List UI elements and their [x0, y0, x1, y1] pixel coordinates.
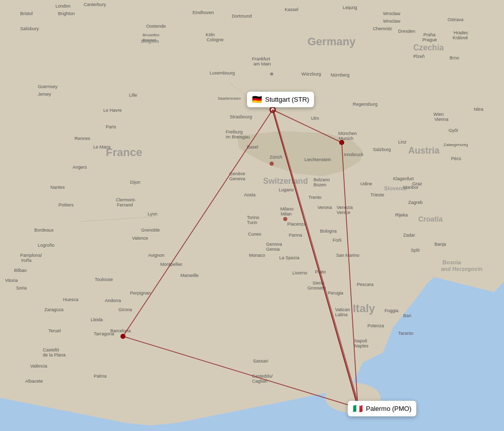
svg-text:Split: Split: [411, 248, 420, 253]
svg-text:Paris: Paris: [106, 124, 116, 129]
svg-text:Pécs: Pécs: [451, 156, 462, 161]
map-container: Bristol London Brighton Canterbury Salis…: [0, 0, 504, 431]
svg-text:Pescara: Pescara: [357, 282, 373, 287]
svg-text:Nantes: Nantes: [50, 185, 65, 190]
svg-text:Wroclaw: Wroclaw: [383, 19, 401, 24]
svg-text:Turin: Turin: [247, 220, 257, 225]
svg-text:Luxembourg: Luxembourg: [210, 70, 235, 76]
svg-text:Venice: Venice: [337, 210, 350, 215]
svg-text:France: France: [106, 146, 142, 159]
svg-text:Andorra: Andorra: [105, 298, 121, 303]
svg-text:Croatia: Croatia: [418, 215, 443, 223]
svg-text:Girona: Girona: [118, 307, 132, 312]
svg-text:Brussel: Brussel: [143, 38, 156, 42]
svg-text:Leipzig: Leipzig: [343, 5, 357, 10]
svg-text:Rijeka: Rijeka: [395, 212, 408, 218]
svg-text:Bosnia: Bosnia: [443, 259, 462, 265]
svg-text:Udine: Udine: [360, 181, 372, 186]
svg-text:San Marino: San Marino: [336, 253, 359, 258]
svg-text:Lugano: Lugano: [279, 187, 294, 192]
svg-text:Dijon: Dijon: [130, 180, 141, 185]
svg-text:Strasbourg: Strasbourg: [230, 114, 252, 119]
svg-text:Vatican: Vatican: [335, 307, 350, 312]
svg-text:Eindhoven: Eindhoven: [193, 10, 214, 15]
svg-text:Nürnberg: Nürnberg: [331, 73, 350, 78]
svg-text:Jersey: Jersey: [38, 92, 51, 97]
svg-text:Germany: Germany: [307, 35, 356, 48]
svg-text:Freiburg: Freiburg: [226, 129, 243, 134]
svg-text:Napoli: Napoli: [354, 338, 367, 343]
svg-text:Perpignan: Perpignan: [130, 291, 151, 296]
svg-text:Maribor: Maribor: [403, 185, 419, 190]
svg-text:Praha: Praha: [423, 32, 435, 37]
svg-text:Brighton: Brighton: [58, 11, 75, 16]
svg-text:Foggia: Foggia: [385, 308, 399, 313]
svg-text:Guernsey: Guernsey: [38, 84, 58, 89]
svg-text:Taranto: Taranto: [398, 331, 413, 336]
svg-point-5: [238, 305, 256, 340]
svg-text:Nitra: Nitra: [474, 107, 483, 112]
svg-text:Dresden: Dresden: [398, 29, 415, 34]
svg-text:Castelló: Castelló: [43, 347, 59, 352]
germany-flag: 🇩🇪: [252, 95, 262, 104]
svg-text:Ulm: Ulm: [311, 116, 319, 121]
svg-text:Kassel: Kassel: [285, 7, 298, 12]
svg-text:Zürich: Zürich: [270, 155, 282, 160]
svg-text:Le Havre: Le Havre: [103, 108, 122, 113]
svg-text:La Spezia: La Spezia: [279, 255, 299, 260]
svg-text:Clermont-: Clermont-: [116, 197, 136, 202]
svg-text:Würzburg: Würzburg: [301, 71, 321, 77]
svg-text:Poitiers: Poitiers: [58, 202, 74, 207]
svg-text:Bari: Bari: [403, 313, 411, 318]
svg-text:Genova: Genova: [266, 242, 282, 247]
svg-text:Logroño: Logroño: [38, 243, 54, 248]
svg-text:London: London: [55, 4, 71, 9]
svg-text:Bozen: Bozen: [313, 182, 327, 187]
svg-text:Grosseto: Grosseto: [307, 285, 326, 291]
svg-text:Wien: Wien: [433, 112, 444, 117]
svg-text:Zagreb: Zagreb: [408, 200, 423, 205]
svg-text:Parma: Parma: [289, 233, 302, 238]
svg-text:Iruña: Iruña: [21, 258, 32, 263]
svg-text:Latina: Latina: [335, 312, 348, 317]
svg-text:Saarbrücken: Saarbrücken: [218, 96, 240, 101]
svg-text:Barcelona: Barcelona: [110, 328, 131, 333]
svg-text:Le Mans: Le Mans: [93, 145, 111, 150]
svg-text:Monaco: Monaco: [249, 253, 265, 258]
svg-text:Geneva: Geneva: [229, 176, 245, 181]
svg-text:Vitoria: Vitoria: [5, 278, 18, 283]
svg-text:Soria: Soria: [16, 285, 27, 291]
svg-text:Venezia: Venezia: [337, 205, 353, 210]
svg-text:Trento: Trento: [308, 195, 322, 200]
svg-point-96: [283, 217, 287, 221]
svg-text:Zadar: Zadar: [403, 233, 415, 238]
svg-text:Liechtenstein: Liechtenstein: [304, 157, 331, 162]
svg-text:Győr: Győr: [449, 128, 459, 133]
svg-text:Hradec: Hradec: [454, 30, 469, 35]
svg-text:Genève: Genève: [229, 171, 245, 176]
svg-text:Cuneo: Cuneo: [248, 232, 262, 237]
svg-text:Bilbao: Bilbao: [14, 268, 27, 273]
svg-text:Bordeaux: Bordeaux: [34, 228, 54, 233]
svg-text:Livorno: Livorno: [292, 270, 307, 275]
svg-text:Teruel: Teruel: [48, 328, 61, 333]
svg-text:Potenza: Potenza: [367, 323, 384, 328]
svg-text:Klagenfurt: Klagenfurt: [393, 176, 414, 181]
svg-text:Prague: Prague: [422, 37, 437, 42]
svg-text:Zaragoza: Zaragoza: [44, 307, 64, 312]
svg-text:Casteddu/: Casteddu/: [252, 374, 273, 379]
svg-text:Regensburg: Regensburg: [353, 102, 377, 107]
svg-text:im Breisgau: im Breisgau: [226, 134, 250, 139]
svg-text:Bristol: Bristol: [20, 11, 33, 16]
svg-text:Bologna: Bologna: [320, 229, 337, 234]
svg-text:Banja: Banja: [434, 242, 446, 247]
svg-text:Chemnitz: Chemnitz: [373, 26, 393, 31]
svg-text:Trieste: Trieste: [370, 192, 384, 197]
svg-text:Lyon: Lyon: [148, 211, 157, 217]
svg-text:Czechia: Czechia: [413, 43, 444, 52]
svg-point-160: [120, 334, 125, 339]
svg-text:Králové: Králové: [453, 35, 468, 40]
svg-text:Perugia: Perugia: [328, 291, 343, 296]
svg-text:Grenoble: Grenoble: [141, 228, 160, 233]
svg-text:Lille: Lille: [129, 93, 137, 98]
